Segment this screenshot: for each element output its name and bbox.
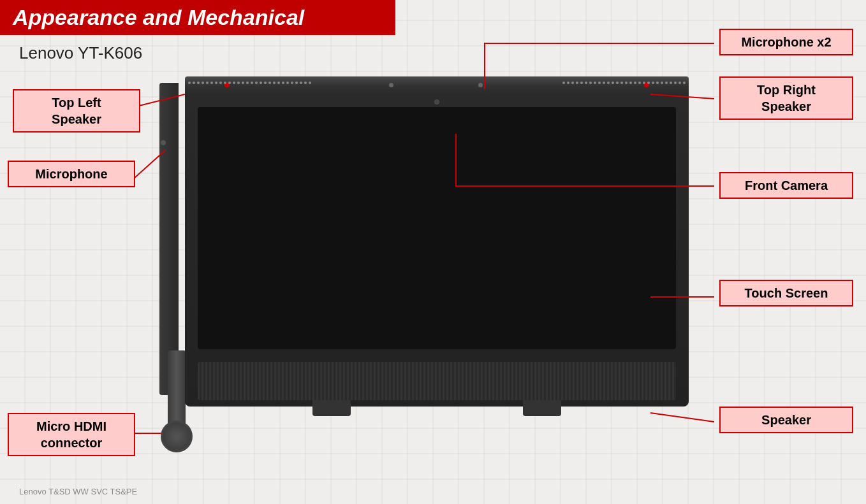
screen-body bbox=[185, 94, 689, 407]
camera-dot-right bbox=[478, 83, 483, 87]
label-micro-hdmi: Micro HDMI connector bbox=[8, 413, 135, 456]
foot-left bbox=[312, 400, 351, 416]
hinge-circle bbox=[161, 421, 193, 452]
label-top-left-speaker: Top Left Speaker bbox=[13, 89, 140, 133]
page-title: Appearance and Mechanical bbox=[13, 5, 304, 30]
page-header: Appearance and Mechanical bbox=[0, 0, 395, 35]
screen-display bbox=[198, 107, 676, 349]
hinge-arm bbox=[168, 350, 186, 427]
bottom-speaker-grille bbox=[198, 362, 676, 400]
label-microphone-x2: Microphone x2 bbox=[719, 29, 853, 55]
label-front-camera: Front Camera bbox=[719, 172, 853, 199]
label-speaker: Speaker bbox=[719, 407, 853, 433]
top-speaker-bar bbox=[185, 76, 689, 94]
label-top-right-speaker: Top Right Speaker bbox=[719, 76, 853, 120]
front-camera-dot bbox=[434, 99, 439, 104]
side-panel bbox=[159, 83, 179, 395]
speaker-dots-right-group bbox=[562, 82, 686, 84]
camera-dot-left bbox=[389, 83, 393, 87]
model-name: Lenovo YT-K606 bbox=[19, 43, 142, 63]
label-touch-screen: Touch Screen bbox=[719, 280, 853, 306]
device-illustration bbox=[147, 76, 714, 459]
speaker-dots-left-group bbox=[188, 82, 311, 84]
side-mic-dot bbox=[161, 140, 166, 145]
footer-text: Lenovo T&SD WW SVC TS&PE bbox=[19, 487, 137, 496]
foot-right bbox=[523, 400, 561, 416]
label-microphone: Microphone bbox=[8, 161, 135, 187]
